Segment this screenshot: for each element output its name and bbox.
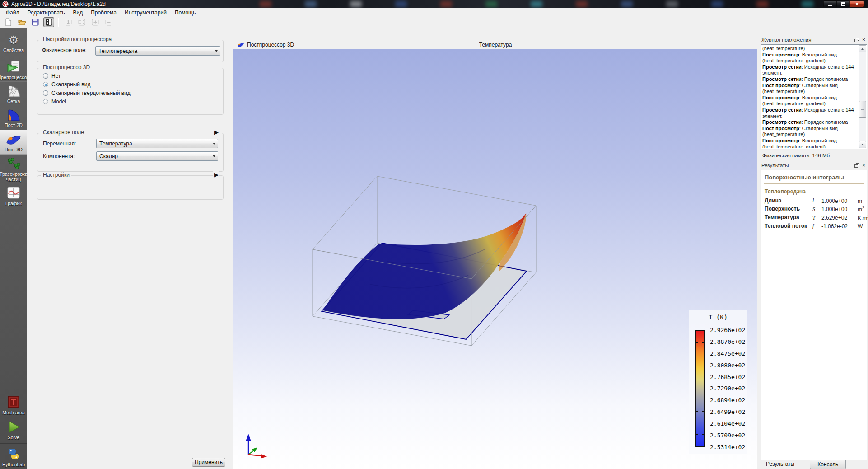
log-scrollbar[interactable] — [859, 45, 866, 148]
dock-tab-результаты[interactable]: Результаты — [761, 460, 800, 468]
close-panel-button[interactable]: × — [860, 162, 867, 169]
physical-field-value: Теплопередача — [98, 48, 137, 54]
triangle-up-icon — [861, 48, 864, 50]
peek-blob — [576, 1, 588, 7]
group-postprocessor-3d: Постпроцессор 3D НетСкалярный видСкалярн… — [37, 68, 224, 115]
sidebar-item-post2d[interactable]: Пост 2D — [0, 106, 27, 130]
menu-файл[interactable]: Файл — [2, 9, 23, 17]
sidebar-item-mesh[interactable]: Сетка — [0, 82, 27, 106]
graph-icon — [7, 187, 20, 199]
legend-tick — [702, 354, 704, 354]
legend-value: 2.9266e+02 — [710, 327, 745, 333]
float-panel-button[interactable] — [854, 162, 860, 169]
radio-скалярный-вид[interactable]: Скалярный вид — [43, 81, 90, 88]
radio-label: Нет — [51, 73, 61, 79]
sidebar-item-label: Пост 2D — [5, 122, 23, 128]
log-entry: Пост просмотр: Векторный вид (heat_tempe… — [762, 95, 858, 107]
window-title: Agros2D - D:/Владелец/Desktop/1.a2d — [11, 1, 106, 7]
legend-colorbar — [695, 330, 705, 447]
sidebar-item-label: Solve — [8, 435, 19, 440]
expand-settings-button[interactable]: ▶ — [213, 171, 219, 178]
minimize-button[interactable] — [823, 0, 836, 7]
application-log: (heat_temperature)Пост просмотр: Векторн… — [761, 44, 867, 149]
postprocessor-settings-panel: Настройки постпроцессора Физическое поле… — [27, 28, 233, 469]
zoom-fit-button[interactable] — [76, 17, 87, 27]
svg-text:1: 1 — [67, 20, 70, 25]
variable-select[interactable]: Температура — [96, 139, 218, 148]
legend-value: 2.6894e+02 — [710, 397, 745, 403]
sidebar-item-chart[interactable]: График — [0, 184, 27, 208]
zoom-in-button[interactable] — [90, 17, 101, 27]
radio-нет[interactable]: Нет — [43, 73, 61, 79]
results-divider — [764, 183, 864, 184]
component-select[interactable]: Скаляр — [96, 151, 218, 161]
log-entry: Просмотр сетки: Порядок полинома — [762, 119, 858, 126]
new-document-button[interactable] — [3, 17, 14, 27]
surface-integrals-table: Длинаl1.000e+00mПоверхностьS1.000e+00m2Т… — [765, 197, 863, 230]
peek-blob — [260, 1, 271, 7]
log-panel-header: Журнал приложения × — [761, 36, 867, 43]
sidebar-item-python[interactable]: PythonLab — [0, 443, 27, 469]
post3d-icon — [6, 133, 21, 145]
result-label: Поверхность — [765, 206, 811, 212]
group-title: Настройки постпроцессора — [41, 36, 113, 42]
maximize-button[interactable] — [836, 0, 849, 7]
menu-редактировать[interactable]: Редактировать — [23, 9, 69, 17]
apply-button[interactable]: Применить — [192, 458, 225, 467]
legend-tick — [696, 400, 698, 400]
peek-blob — [756, 1, 768, 7]
sidebar-item-preprocessor[interactable]: Препроцессор — [0, 56, 27, 82]
peek-blob — [666, 1, 678, 7]
post2d-icon — [7, 108, 20, 122]
triangle-down-icon — [861, 144, 864, 145]
log-entry: Пост просмотр: Векторный вид (heat_tempe… — [762, 52, 858, 64]
legend-tick — [702, 434, 704, 435]
float-panel-button[interactable] — [854, 37, 860, 43]
radio-скалярный-твердотельный-вид[interactable]: Скалярный твердотельный вид — [43, 90, 131, 96]
sidebar-item-solve[interactable]: Solve — [0, 418, 27, 442]
memory-status: Физическая память: 146 Мб — [762, 153, 830, 158]
sidebar-item-post3d[interactable]: Пост 3D — [0, 130, 27, 155]
zoom-100-button[interactable]: 1 — [63, 17, 74, 27]
sidebar-item-properties[interactable]: ⚙Свойства — [0, 31, 27, 55]
scroll-up-button[interactable] — [859, 45, 866, 52]
open-folder-button[interactable] — [16, 17, 27, 27]
result-symbol: l — [812, 197, 820, 204]
legend-tick — [696, 434, 698, 435]
zoom-out-button[interactable] — [103, 17, 114, 27]
log-text: (heat_temperature)Пост просмотр: Векторн… — [762, 46, 858, 148]
temperature-surface-plot — [233, 49, 757, 469]
3d-viewport-canvas[interactable]: T (K) 2.9266e+022.8870e+022.8475e+022.80… — [233, 49, 757, 469]
physical-field-select[interactable]: Теплопередача — [95, 46, 220, 56]
radio-model[interactable]: Model — [43, 98, 66, 105]
expand-scalar-field-button[interactable]: ▶ — [213, 129, 219, 136]
peek-blob — [802, 1, 813, 7]
toggle-panels-button[interactable] — [43, 17, 54, 27]
sidebar-item-label: Свойства — [3, 47, 24, 53]
peek-blob — [305, 1, 317, 7]
legend-value: 2.6499e+02 — [710, 409, 745, 415]
sidebar-item-mesharea[interactable]: Mesh area — [0, 393, 27, 417]
menu-проблема[interactable]: Проблема — [87, 9, 121, 17]
close-button[interactable]: × — [849, 0, 864, 7]
menu-помощь[interactable]: Помощь — [171, 9, 200, 17]
close-panel-button[interactable]: × — [860, 37, 867, 43]
menu-вид[interactable]: Вид — [69, 9, 87, 17]
result-label: Температура — [765, 215, 811, 221]
sidebar-item-particles[interactable]: Трассировка частиц — [0, 155, 27, 184]
radio-icon — [43, 99, 48, 104]
group-title: Настройки — [41, 172, 71, 178]
result-unit: W — [858, 223, 868, 230]
peek-blob — [395, 1, 407, 7]
chevron-down-icon — [213, 155, 215, 157]
result-value: 2.629e+02 — [821, 215, 856, 221]
sidebar-item-label: График — [5, 201, 22, 206]
scrollbar-thumb[interactable] — [859, 101, 866, 118]
particles-icon — [6, 157, 21, 170]
dock-tab-консоль[interactable]: Консоль — [810, 460, 846, 469]
scroll-down-button[interactable] — [859, 141, 866, 148]
save-button[interactable] — [30, 17, 41, 27]
log-entry: Просмотр сетки: Порядок полинома — [762, 76, 858, 83]
post3d-view-header: Постпроцессор 3D Температура — [233, 40, 757, 49]
menu-инструментарий[interactable]: Инструментарий — [121, 9, 171, 17]
